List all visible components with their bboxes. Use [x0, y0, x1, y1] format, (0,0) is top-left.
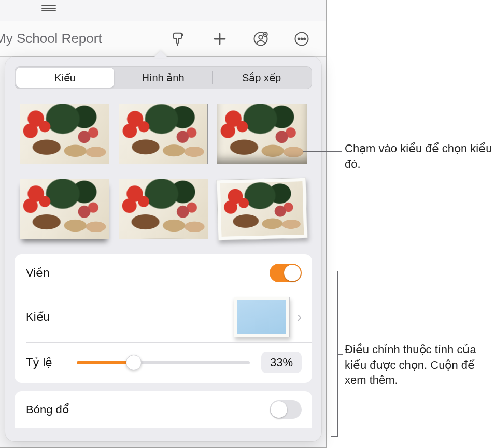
svg-point-5 — [301, 38, 302, 39]
menu-icon[interactable] — [41, 5, 56, 11]
border-toggle[interactable] — [270, 264, 302, 282]
tab-segmented-control[interactable]: Kiểu Hình ảnh Sắp xếp — [15, 66, 312, 89]
shadow-toggle[interactable] — [270, 400, 302, 419]
scale-slider[interactable] — [77, 361, 250, 364]
scale-value-badge[interactable]: 33% — [261, 352, 302, 373]
style-thumb-3[interactable] — [217, 104, 307, 164]
style-settings-card: Viền Kiểu › Tỷ lệ — [15, 254, 312, 383]
tab-image[interactable]: Hình ảnh — [114, 68, 212, 88]
tab-image-label: Hình ảnh — [142, 71, 184, 84]
callout-bracket — [331, 271, 338, 437]
tab-arrange[interactable]: Sắp xếp — [213, 68, 310, 88]
shadow-label: Bóng đổ — [26, 403, 69, 416]
tab-arrange-label: Sắp xếp — [242, 71, 281, 84]
border-label: Viền — [26, 266, 49, 280]
document-title: My School Report — [0, 31, 102, 47]
callout-line — [303, 151, 342, 152]
shadow-row: Bóng đổ — [15, 391, 312, 428]
popover-arrow — [153, 51, 168, 58]
scale-row: Tỷ lệ 33% — [15, 342, 312, 383]
callout-top: Chạm vào kiểu để chọn kiểu đó. — [345, 141, 495, 171]
style-thumb-6[interactable] — [217, 177, 308, 240]
insert-plus-icon[interactable] — [211, 30, 229, 48]
style-thumb-2[interactable] — [119, 104, 208, 164]
app-window: My School Report — [0, 0, 327, 448]
scale-label: Tỷ lệ — [26, 356, 62, 369]
format-popover: Kiểu Hình ảnh Sắp xếp V — [5, 57, 321, 441]
style-thumb-5[interactable] — [119, 179, 208, 239]
frame-style-thumbnail — [234, 297, 290, 337]
image-styles-grid — [15, 104, 312, 239]
more-icon[interactable] — [293, 30, 310, 48]
style-row[interactable]: Kiểu › — [15, 292, 312, 342]
tab-style-label: Kiểu — [54, 71, 76, 84]
style-label: Kiểu — [26, 310, 50, 324]
style-thumb-4[interactable] — [20, 179, 109, 239]
style-thumb-1[interactable] — [20, 104, 109, 164]
toolbar-actions — [170, 30, 326, 48]
border-row: Viền — [15, 254, 312, 292]
tab-style[interactable]: Kiểu — [16, 68, 114, 88]
svg-point-1 — [259, 35, 263, 39]
svg-point-4 — [298, 38, 300, 39]
callout-line — [338, 354, 343, 355]
callout-bottom: Điều chỉnh thuộc tính của kiểu được chọn… — [345, 342, 490, 388]
collaborate-icon[interactable] — [252, 30, 270, 48]
shadow-card: Bóng đổ — [15, 391, 312, 428]
format-brush-icon[interactable] — [170, 30, 188, 48]
chevron-right-icon: › — [297, 309, 302, 325]
svg-point-6 — [304, 38, 305, 39]
